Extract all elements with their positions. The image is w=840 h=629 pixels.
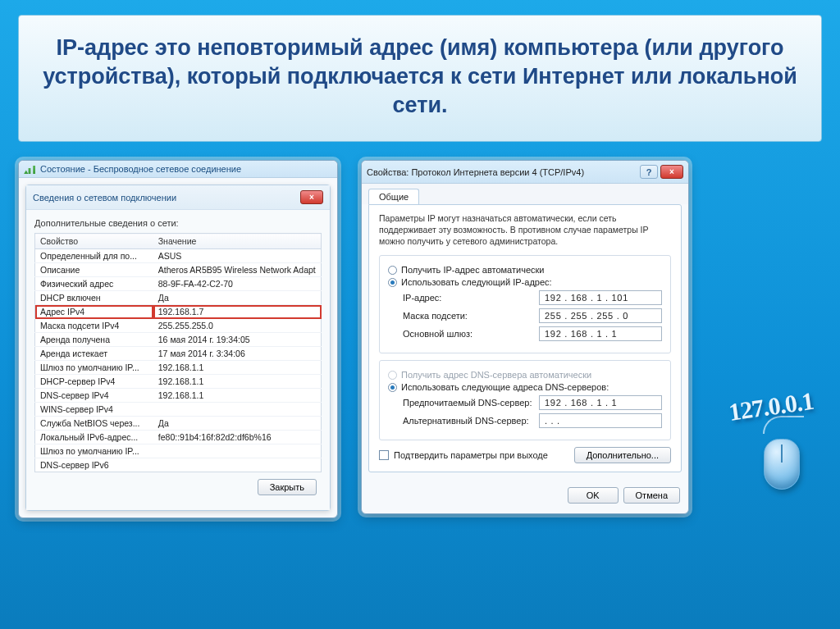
dns-group: Получить адрес DNS-сервера автоматически… <box>379 360 671 440</box>
close-details-button[interactable]: Закрыть <box>258 479 317 495</box>
prop-name: Маска подсети IPv4 <box>35 319 153 333</box>
prop-value: 192.168.1.1 <box>153 389 322 403</box>
wifi-icon <box>24 164 35 174</box>
radio-manual-dns-label: Использовать следующие адреса DNS-сервер… <box>401 382 609 392</box>
prop-value: 88-9F-FA-42-C2-70 <box>153 277 322 291</box>
table-row[interactable]: Аренда истекает17 мая 2014 г. 3:34:06 <box>35 347 322 361</box>
details-dialog-titlebar[interactable]: Сведения о сетевом подключении × <box>26 185 330 210</box>
radio-icon <box>388 371 397 380</box>
prop-name: Физический адрес <box>35 277 153 291</box>
confirm-on-exit-row[interactable]: Подтвердить параметры при выходе Дополни… <box>379 447 671 463</box>
checkbox-icon <box>379 450 389 460</box>
field-ip-label: IP-адрес: <box>403 293 534 303</box>
prop-name: DHCP-сервер IPv4 <box>35 375 153 389</box>
prop-name: Определенный для по... <box>35 249 153 263</box>
prop-name: Описание <box>35 263 153 277</box>
table-row[interactable]: DHCP-сервер IPv4192.168.1.1 <box>35 375 322 389</box>
table-row[interactable]: Локальный IPv6-адрес...fe80::91b4:16f:82… <box>35 431 322 444</box>
advanced-button[interactable]: Дополнительно... <box>574 447 671 463</box>
confirm-on-exit-label: Подтвердить параметры при выходе <box>394 450 548 460</box>
table-row[interactable]: Маска подсети IPv4255.255.255.0 <box>35 319 322 333</box>
field-dns2: Альтернативный DNS-сервер: . . . <box>403 413 662 428</box>
table-row[interactable]: DNS-сервер IPv6 <box>35 458 322 472</box>
radio-manual-dns[interactable]: Использовать следующие адреса DNS-сервер… <box>388 382 662 392</box>
radio-icon <box>388 278 397 287</box>
prop-name: Служба NetBIOS через... <box>35 417 153 431</box>
help-button[interactable]: ? <box>640 165 658 179</box>
prop-name: DHCP включен <box>35 291 153 305</box>
prop-value: 255.255.255.0 <box>153 319 322 333</box>
prop-name: DNS-сервер IPv6 <box>35 458 153 472</box>
radio-manual-ip[interactable]: Использовать следующий IP-адрес: <box>388 277 662 287</box>
col-property[interactable]: Свойство <box>35 234 153 249</box>
prop-name: Аренда истекает <box>35 347 153 361</box>
close-button[interactable]: × <box>300 190 323 204</box>
radio-auto-ip-label: Получить IP-адрес автоматически <box>401 265 544 275</box>
prop-name: Шлюз по умолчанию IP... <box>35 444 153 458</box>
ipv4-window-titlebar[interactable]: Свойства: Протокол Интернета версии 4 (T… <box>362 161 688 184</box>
table-row[interactable]: ОписаниеAtheros AR5B95 Wireless Network … <box>35 263 322 277</box>
radio-auto-dns-label: Получить адрес DNS-сервера автоматически <box>401 370 591 380</box>
prop-value: 192.168.1.1 <box>153 361 322 375</box>
table-row[interactable]: Физический адрес88-9F-FA-42-C2-70 <box>35 277 322 291</box>
table-row[interactable]: Шлюз по умолчанию IP... <box>35 444 322 458</box>
prop-value <box>153 403 322 417</box>
tab-general[interactable]: Общие <box>368 189 419 204</box>
ip-group: Получить IP-адрес автоматически Использо… <box>379 255 671 353</box>
prop-value: 192.168.1.1 <box>153 375 322 389</box>
radio-auto-ip[interactable]: Получить IP-адрес автоматически <box>388 265 662 275</box>
prop-value: Да <box>153 417 322 431</box>
prop-value: Да <box>153 291 322 305</box>
prop-name: DNS-сервер IPv4 <box>35 389 153 403</box>
table-row[interactable]: DHCP включенДа <box>35 291 322 305</box>
tab-panel-general: Параметры IP могут назначаться автоматич… <box>368 204 682 472</box>
field-ip: IP-адрес: 192 . 168 . 1 . 101 <box>403 290 662 305</box>
prop-value: 192.168.1.7 <box>153 305 322 319</box>
field-mask-label: Маска подсети: <box>403 311 534 321</box>
table-row[interactable]: Служба NetBIOS через...Да <box>35 417 322 431</box>
details-dialog-title: Сведения о сетевом подключении <box>33 193 176 203</box>
field-gateway: Основной шлюз: 192 . 168 . 1 . 1 <box>403 326 662 341</box>
prop-name: Шлюз по умолчанию IP... <box>35 361 153 375</box>
ok-button[interactable]: OK <box>568 487 619 504</box>
table-row[interactable]: DNS-сервер IPv4192.168.1.1 <box>35 389 322 403</box>
prop-value: Atheros AR5B95 Wireless Network Adapt <box>153 263 322 277</box>
col-value[interactable]: Значение <box>153 234 322 249</box>
mask-input[interactable]: 255 . 255 . 255 . 0 <box>539 308 662 323</box>
dns1-input[interactable]: 192 . 168 . 1 . 1 <box>539 395 662 410</box>
table-row[interactable]: Шлюз по умолчанию IP...192.168.1.1 <box>35 361 322 375</box>
cancel-button[interactable]: Отмена <box>623 487 680 504</box>
table-row[interactable]: Адрес IPv4192.168.1.7 <box>35 305 322 319</box>
prop-value: fe80::91b4:16f:82d2:df6b%16 <box>153 431 322 444</box>
prop-value: ASUS <box>153 249 322 263</box>
prop-name: Локальный IPv6-адрес... <box>35 431 153 444</box>
properties-table: Свойство Значение Определенный для по...… <box>34 233 322 472</box>
field-dns2-label: Альтернативный DNS-сервер: <box>403 416 534 426</box>
radio-auto-dns[interactable]: Получить адрес DNS-сервера автоматически <box>388 370 662 380</box>
table-row[interactable]: Аренда получена16 мая 2014 г. 19:34:05 <box>35 333 322 347</box>
prop-value <box>153 458 322 472</box>
dns2-input[interactable]: . . . <box>539 413 662 428</box>
radio-manual-ip-label: Использовать следующий IP-адрес: <box>401 277 552 287</box>
status-window-title: Состояние - Беспроводное сетевое соедине… <box>40 164 332 174</box>
ipv4-window-title: Свойства: Протокол Интернета версии 4 (T… <box>367 167 584 177</box>
details-desc: Дополнительные сведения о сети: <box>34 218 322 228</box>
table-row[interactable]: Определенный для по...ASUS <box>35 249 322 263</box>
gateway-input[interactable]: 192 . 168 . 1 . 1 <box>539 326 662 341</box>
status-window: Состояние - Беспроводное сетевое соедине… <box>18 160 338 518</box>
radio-icon <box>388 383 397 392</box>
ip-hint: Параметры IP могут назначаться автоматич… <box>379 213 671 247</box>
radio-icon <box>388 266 397 275</box>
field-dns1: Предпочитаемый DNS-сервер: 192 . 168 . 1… <box>403 395 662 410</box>
status-window-titlebar[interactable]: Состояние - Беспроводное сетевое соедине… <box>19 161 337 178</box>
ip-input[interactable]: 192 . 168 . 1 . 101 <box>539 290 662 305</box>
table-row[interactable]: WINS-сервер IPv4 <box>35 403 322 417</box>
prop-name: Аренда получена <box>35 333 153 347</box>
field-gateway-label: Основной шлюз: <box>403 329 534 339</box>
prop-value: 17 мая 2014 г. 3:34:06 <box>153 347 322 361</box>
prop-value <box>153 444 322 458</box>
prop-name: WINS-сервер IPv4 <box>35 403 153 417</box>
ipv4-close-button[interactable]: × <box>660 165 683 179</box>
prop-value: 16 мая 2014 г. 19:34:05 <box>153 333 322 347</box>
field-dns1-label: Предпочитаемый DNS-сервер: <box>403 398 534 408</box>
